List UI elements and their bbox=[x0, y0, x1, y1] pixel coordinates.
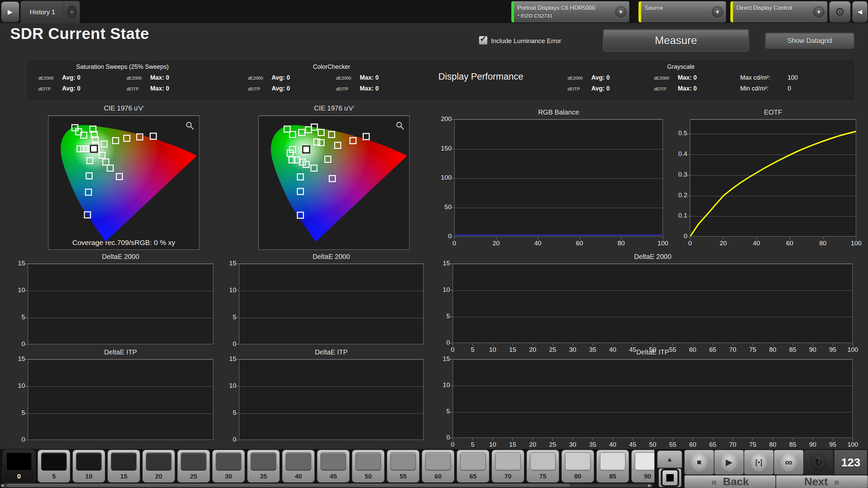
x-tick-mark bbox=[473, 438, 473, 441]
cie-target-marker bbox=[136, 134, 143, 141]
scroll-left-icon[interactable]: ◀ bbox=[1, 483, 3, 488]
metric-label: dEITP bbox=[126, 86, 139, 92]
add-tab-button[interactable]: + bbox=[64, 1, 80, 23]
x-tick-mark bbox=[533, 438, 533, 441]
patch-button-40[interactable]: 40 bbox=[282, 450, 315, 483]
x-tick-mark bbox=[833, 343, 833, 346]
patch-button-50[interactable]: 50 bbox=[352, 450, 384, 483]
patch-level-label: 50 bbox=[352, 473, 384, 480]
patch-button-10[interactable]: 10 bbox=[73, 450, 105, 483]
cie-target-marker bbox=[298, 129, 305, 136]
zoom-button[interactable] bbox=[185, 121, 194, 131]
patch-button-90[interactable]: 90 bbox=[631, 450, 654, 483]
y-tick-mark bbox=[687, 216, 690, 216]
deltae-itp-grayscale-xtick-label: 90 bbox=[809, 441, 816, 448]
y-tick-mark bbox=[687, 134, 690, 134]
colorchecker-max-de2000: Max: 0 bbox=[360, 74, 379, 81]
y-tick-mark bbox=[452, 237, 454, 237]
stop-button[interactable]: ■ bbox=[684, 450, 714, 475]
patch-level-label: 60 bbox=[422, 473, 454, 480]
source-label: Source bbox=[645, 4, 663, 12]
measure-button[interactable]: Measure bbox=[604, 30, 748, 51]
gridline bbox=[453, 412, 852, 412]
pattern-window-button[interactable] bbox=[658, 468, 682, 487]
patch-button-35[interactable]: 35 bbox=[247, 450, 280, 483]
patch-button-55[interactable]: 55 bbox=[387, 450, 419, 483]
x-tick-mark bbox=[733, 438, 733, 441]
patch-button-5[interactable]: 5 bbox=[38, 450, 70, 483]
show-datagrid-button[interactable]: Show Datagrid bbox=[766, 33, 854, 48]
x-tick-mark bbox=[496, 237, 496, 239]
x-tick-mark bbox=[453, 343, 453, 346]
source-dropdown[interactable]: Source ▼ bbox=[638, 1, 726, 23]
next-button[interactable]: Next » bbox=[776, 475, 868, 488]
deltae-itp-grayscale-ytick-label: 15 bbox=[426, 355, 450, 363]
metric-label: dEITP bbox=[38, 86, 51, 92]
patch-button-85[interactable]: 85 bbox=[596, 450, 629, 483]
deltae2000-saturation-plot bbox=[28, 264, 213, 344]
zoom-button[interactable] bbox=[396, 121, 405, 131]
x-tick-mark bbox=[773, 343, 773, 346]
patch-button-45[interactable]: 45 bbox=[317, 450, 350, 483]
cie-target-marker bbox=[289, 131, 296, 138]
max-cd-label: Max cd/m²: bbox=[740, 74, 770, 81]
step-button[interactable]: [•] bbox=[744, 450, 774, 475]
cie-target-marker bbox=[302, 161, 310, 168]
eotf-ytick-label: 0.4 bbox=[664, 150, 687, 158]
patch-button-75[interactable]: 75 bbox=[527, 450, 559, 483]
x-tick-mark bbox=[756, 237, 757, 239]
scroll-right-icon[interactable]: ▶ bbox=[648, 483, 651, 488]
x-tick-mark bbox=[690, 237, 690, 239]
cie-chart-colorchecker-title: CIE 1976 u'v' bbox=[258, 104, 410, 112]
patch-button-15[interactable]: 15 bbox=[107, 450, 140, 483]
saturation-max-de2000: Max: 0 bbox=[150, 74, 169, 81]
patch-button-70[interactable]: 70 bbox=[492, 450, 524, 483]
include-luminance-label: Include Luminance Error bbox=[491, 37, 561, 45]
patch-button-65[interactable]: 65 bbox=[457, 450, 489, 483]
x-tick-mark bbox=[856, 237, 856, 239]
patch-button-80[interactable]: 80 bbox=[561, 450, 594, 483]
patch-button-30[interactable]: 30 bbox=[212, 450, 245, 483]
patch-swatch bbox=[320, 452, 346, 471]
play-button[interactable]: ▶ bbox=[714, 450, 744, 475]
x-tick-mark bbox=[593, 438, 593, 441]
patch-level-label: 75 bbox=[527, 473, 559, 480]
x-tick-mark bbox=[733, 343, 733, 346]
settings-button[interactable]: ⚙ bbox=[829, 1, 851, 23]
display-control-dropdown[interactable]: Direct Display Control ▼ bbox=[730, 1, 828, 23]
patch-scrollbar-thumb[interactable] bbox=[7, 484, 570, 487]
meter-dropdown[interactable]: Portrait Displays C6 HDR5000 * EIZO CS27… bbox=[511, 1, 630, 23]
patch-swatch bbox=[76, 452, 102, 471]
cie-target-marker bbox=[334, 142, 341, 149]
y-tick-mark bbox=[25, 386, 27, 386]
scroll-up-button[interactable]: ▲ bbox=[657, 450, 682, 468]
eotf-xtick-label: 80 bbox=[819, 240, 826, 247]
include-luminance-checkbox[interactable]: ✔ bbox=[479, 36, 488, 45]
deltae2000-colorchecker-ytick-label: 10 bbox=[213, 286, 236, 294]
patch-button-20[interactable]: 20 bbox=[142, 450, 175, 483]
deltae2000-saturation-ytick-label: 10 bbox=[1, 286, 25, 294]
patch-swatch bbox=[216, 452, 241, 471]
patch-button-25[interactable]: 25 bbox=[177, 450, 210, 483]
deltae-itp-grayscale-xtick-label: 35 bbox=[589, 441, 596, 448]
y-tick-mark bbox=[25, 359, 27, 360]
workflow-expander-button[interactable]: ▶ bbox=[1, 1, 19, 22]
deltae2000-colorchecker-ytick-label: 0 bbox=[213, 340, 236, 348]
patch-button-60[interactable]: 60 bbox=[422, 450, 454, 483]
rgb-balance-xtick-label: 40 bbox=[534, 240, 541, 247]
tab-history-1[interactable]: History 1 bbox=[20, 1, 64, 23]
patch-swatch bbox=[530, 452, 556, 471]
checkmark-icon: ✔ bbox=[480, 34, 487, 44]
deltae-itp-grayscale-xtick-label: 65 bbox=[709, 441, 716, 448]
patch-level-label: 15 bbox=[108, 473, 140, 480]
patch-button-0[interactable]: 0 bbox=[3, 450, 35, 483]
collapse-panel-button[interactable]: ◀ bbox=[852, 1, 868, 23]
x-tick-mark bbox=[653, 343, 653, 346]
eotf-xtick-label: 60 bbox=[786, 240, 793, 247]
loop-button[interactable]: ∞ bbox=[774, 450, 804, 475]
refresh-button[interactable]: ↻ bbox=[804, 450, 833, 475]
grayscale-max-de2000: Max: 0 bbox=[678, 74, 697, 81]
x-tick-mark bbox=[553, 438, 553, 441]
x-tick-mark bbox=[533, 343, 533, 346]
back-button[interactable]: « Back bbox=[684, 475, 776, 488]
